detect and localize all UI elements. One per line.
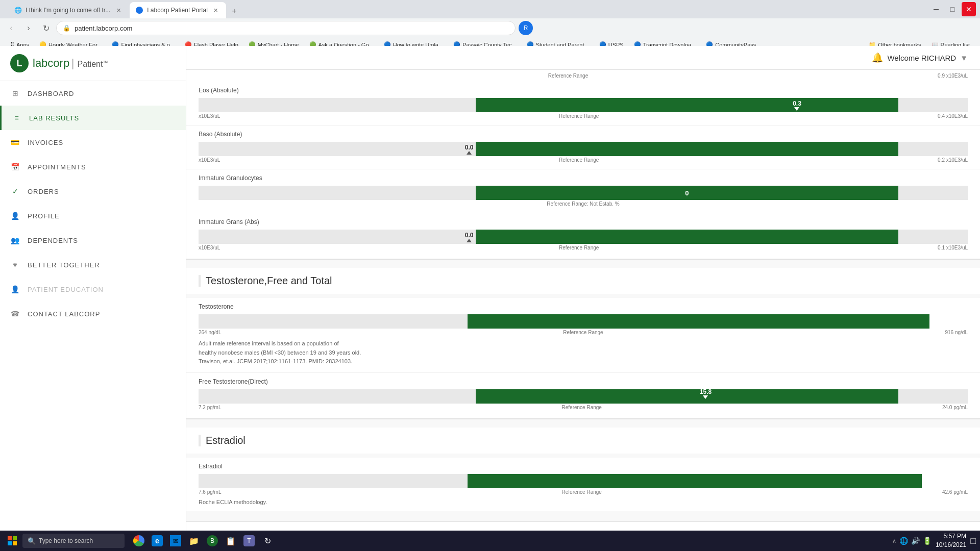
systray-arrow[interactable]: ∧ [892, 538, 896, 544]
testosterone-footnote: Adult male reference interval is based o… [186, 336, 980, 369]
sidebar-item-profile[interactable]: 👤 PROFILE [0, 204, 186, 228]
taskbar-search[interactable]: 🔍 Type here to search [22, 534, 125, 548]
logo-patient: Patient [78, 60, 103, 68]
battery-icon[interactable]: 🔋 [923, 537, 932, 545]
tab1-close[interactable]: ✕ [114, 6, 122, 14]
tab-inactive[interactable]: 🌐 I think I'm going to come off tr... ✕ [8, 2, 129, 18]
tab2-favicon [136, 7, 143, 14]
profile-button[interactable]: R [519, 21, 533, 35]
free-testosterone-section: Free Testosterone(Direct) 15.8 7.2 pg/mL… [186, 373, 980, 419]
clock[interactable]: 5:57 PM 10/16/2021 [936, 532, 966, 549]
browser-chrome: 🌐 I think I'm going to come off tr... ✕ … [0, 0, 980, 46]
tab2-close[interactable]: ✕ [212, 6, 220, 14]
app-container: L labcorp | Patient™ ⊞ DASHBOARD ≡ LAB R… [0, 46, 980, 551]
taskbar-app-refresh[interactable]: ↻ [259, 533, 276, 549]
better-together-icon: ♥ [10, 260, 20, 270]
baso-bar: 0.0 [199, 142, 968, 156]
sidebar-item-patient-education[interactable]: 👤 PATIENT EDUCATION [0, 277, 186, 302]
logo-separator: | [71, 57, 78, 69]
sidebar-item-appointments[interactable]: 📅 APPOINTMENTS [0, 155, 186, 179]
testosterone-section-header: Testosterone,Free and Total [186, 268, 980, 294]
welcome-text: Welcome RICHARD [887, 54, 956, 62]
address-icon: 🔒 [63, 24, 70, 32]
contact-icon: ☎ [10, 309, 20, 319]
testosterone-section: Testosterone 1074 - High 264 ng/dL Refer… [186, 298, 980, 373]
estradiol-section-title: Estradiol [199, 435, 968, 446]
address-bar[interactable]: 🔒 patient.labcorp.com [56, 21, 516, 35]
sidebar-item-appointments-label: APPOINTMENTS [28, 163, 86, 171]
sidebar-item-orders[interactable]: ✓ ORDERS [0, 179, 186, 204]
immature-gran-label: Immature Granulocytes [186, 172, 980, 184]
main-content: 🔔 Welcome RICHARD ▼ Reference Range 0.9 … [186, 46, 980, 551]
back-button[interactable]: ‹ [4, 21, 18, 35]
forward-button[interactable]: › [21, 21, 36, 35]
sidebar-item-lab-results-label: LAB RESULTS [29, 114, 79, 122]
sidebar-item-patient-education-label: PATIENT EDUCATION [28, 286, 104, 293]
sidebar-item-contact-label: CONTACT LABCORP [28, 310, 100, 318]
new-tab-button[interactable]: + [227, 4, 241, 18]
systray: ∧ 🌐 🔊 🔋 5:57 PM 10/16/2021 □ [892, 532, 976, 549]
sidebar-item-lab-results[interactable]: ≡ LAB RESULTS [0, 106, 186, 130]
sidebar: L labcorp | Patient™ ⊞ DASHBOARD ≡ LAB R… [0, 46, 186, 551]
systray-icons: ∧ 🌐 🔊 🔋 [892, 537, 932, 545]
network-icon[interactable]: 🌐 [899, 537, 908, 545]
sidebar-item-orders-label: ORDERS [28, 188, 59, 195]
sidebar-item-dashboard[interactable]: ⊞ DASHBOARD [0, 81, 186, 106]
taskbar-app-teams[interactable]: T [241, 533, 257, 549]
notification-icon: 🔔 [872, 52, 883, 63]
start-button[interactable] [4, 533, 20, 549]
window-controls: ─ □ ✕ [929, 2, 976, 16]
search-icon: 🔍 [28, 537, 36, 545]
free-testosterone-range-labels: 7.2 pg/mL Reference Range 24.0 pg/mL [199, 405, 968, 410]
taskbar-app-bitdefender[interactable]: B [204, 533, 220, 549]
lab-results-icon: ≡ [12, 113, 22, 123]
sidebar-item-invoices-label: INVOICES [28, 139, 63, 146]
orders-icon: ✓ [10, 186, 20, 196]
free-testosterone-label: Free Testosterone(Direct) [186, 376, 980, 387]
testosterone-section-title: Testosterone,Free and Total [199, 275, 968, 287]
minimize-button[interactable]: ─ [929, 2, 943, 16]
eos-range-labels: x10E3/uL Reference Range 0.4 x10E3/uL [199, 113, 968, 119]
baso-label: Baso (Absolute) [186, 129, 980, 140]
tab-active[interactable]: Labcorp Patient Portal ✕ [130, 2, 226, 18]
notifications-badge[interactable]: □ [970, 536, 976, 546]
prev-range-ref: Reference Range [548, 73, 588, 79]
dropdown-arrow[interactable]: ▼ [960, 54, 968, 62]
estradiol-footnote: Roche ECLIA methodology. [186, 496, 980, 508]
address-text: patient.labcorp.com [75, 24, 509, 32]
sidebar-item-invoices[interactable]: 💳 INVOICES [0, 130, 186, 155]
content-area: Reference Range 0.9 x10E3/uL Eos (Absolu… [186, 70, 980, 548]
sidebar-item-contact[interactable]: ☎ CONTACT LABCORP [0, 302, 186, 326]
estradiol-section-header: Estradiol [186, 428, 980, 454]
estradiol-range-labels: 7.6 pg/mL Reference Range 42.6 pg/mL [199, 489, 968, 495]
eos-label: Eos (Absolute) [186, 85, 980, 96]
logo-labcorp: labcorp [33, 57, 69, 69]
dashboard-icon: ⊞ [10, 88, 20, 98]
logo-circle: L [10, 54, 29, 72]
taskbar-app-files[interactable]: 📁 [186, 533, 202, 549]
testosterone-label: Testosterone [186, 301, 980, 312]
taskbar-apps: e ✉ 📁 B 📋 T ↻ [131, 533, 276, 549]
taskbar-app-todo[interactable]: 📋 [223, 533, 239, 549]
sidebar-item-better-together[interactable]: ♥ BETTER TOGETHER [0, 253, 186, 277]
prev-range-right: 0.9 x10E3/uL [938, 73, 968, 79]
close-button[interactable]: ✕ [962, 2, 976, 16]
baso-range-labels: x10E3/uL Reference Range 0.2 x10E3/uL [199, 157, 968, 163]
eos-bar: 0.3 [199, 98, 968, 112]
tab-bar: 🌐 I think I'm going to come off tr... ✕ … [4, 0, 246, 18]
sidebar-item-dependents[interactable]: 👥 DEPENDENTS [0, 228, 186, 253]
estradiol-bar: 43.0 - High [199, 474, 968, 488]
sidebar-item-dependents-label: DEPENDENTS [28, 237, 78, 244]
title-bar: 🌐 I think I'm going to come off tr... ✕ … [0, 0, 980, 18]
tab1-favicon: 🌐 [14, 7, 21, 14]
testosterone-range-labels: 264 ng/dL Reference Range 916 ng/dL [199, 330, 968, 335]
previous-row: Reference Range 0.9 x10E3/uL [186, 70, 980, 82]
taskbar-app-chrome[interactable] [131, 533, 147, 549]
taskbar-app-edge[interactable]: e [149, 533, 165, 549]
maximize-button[interactable]: □ [945, 2, 960, 16]
sound-icon[interactable]: 🔊 [911, 537, 920, 545]
reload-button[interactable]: ↻ [39, 21, 53, 35]
sidebar-item-profile-label: PROFILE [28, 212, 60, 220]
taskbar-app-mail[interactable]: ✉ [167, 533, 184, 549]
immature-abs-label: Immature Grans (Abs) [186, 216, 980, 228]
